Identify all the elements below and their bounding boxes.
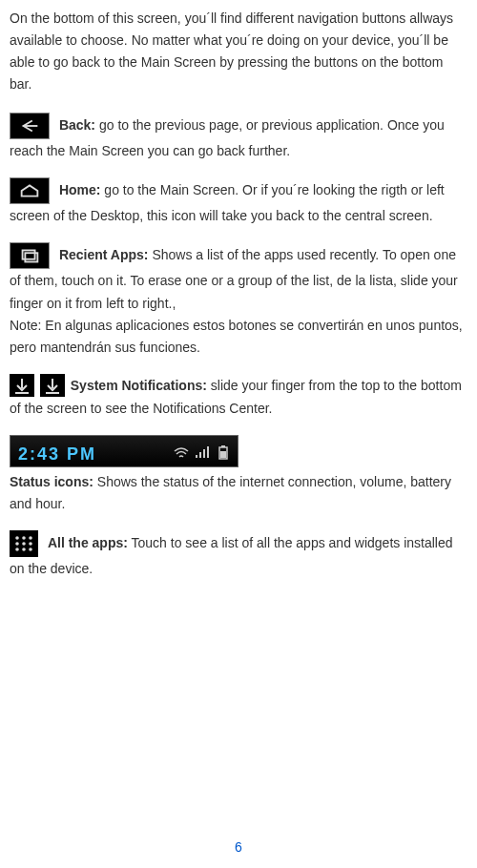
home-icon: [10, 177, 50, 204]
signal-icon: [194, 442, 211, 459]
svg-point-10: [29, 536, 32, 540]
status-clock: 2:43 PM: [18, 441, 96, 469]
svg-point-9: [22, 536, 26, 540]
home-title: Home:: [59, 183, 101, 198]
back-title: Back:: [59, 118, 95, 134]
svg-point-13: [29, 542, 32, 546]
recent-apps-icon: [10, 242, 50, 269]
section-allapps: All the apps: Touch to see a list of all…: [10, 530, 467, 580]
svg-point-15: [22, 548, 26, 551]
intro-paragraph: On the bottom of this screen, you´ll fin…: [10, 8, 467, 95]
battery-icon: [215, 442, 232, 459]
status-bar-image: 2:43 PM: [10, 435, 238, 467]
page-number: 6: [0, 837, 477, 858]
back-icon: [10, 113, 50, 139]
section-notifications: System Notifications: slide your finger …: [10, 374, 467, 420]
section-back: Back: go to the previous page, or previo…: [10, 113, 467, 162]
notif-title: System Notifications:: [71, 378, 207, 393]
download-arrow-icon-2: [40, 374, 65, 397]
svg-point-14: [15, 548, 19, 551]
svg-point-8: [15, 536, 19, 540]
section-recent: Recient Apps: Shows a list of the apps u…: [10, 242, 467, 359]
svg-point-11: [15, 542, 19, 546]
wifi-icon: [173, 442, 190, 459]
download-arrow-icon: [10, 374, 34, 397]
svg-rect-6: [221, 445, 225, 447]
section-home: Home: go to the Main Screen. Or if you´r…: [10, 177, 467, 227]
svg-point-16: [29, 548, 32, 551]
svg-rect-7: [220, 451, 226, 458]
allapps-title: All the apps:: [48, 536, 128, 551]
recent-title: Recient Apps:: [59, 248, 149, 263]
svg-point-12: [22, 542, 26, 546]
section-status: 2:43 PM Status icons: Shows the status o…: [10, 435, 467, 515]
all-apps-icon: [10, 530, 38, 557]
status-title: Status icons:: [10, 474, 93, 489]
recent-note: Note: En algunas aplicaciones estos boto…: [10, 315, 467, 359]
